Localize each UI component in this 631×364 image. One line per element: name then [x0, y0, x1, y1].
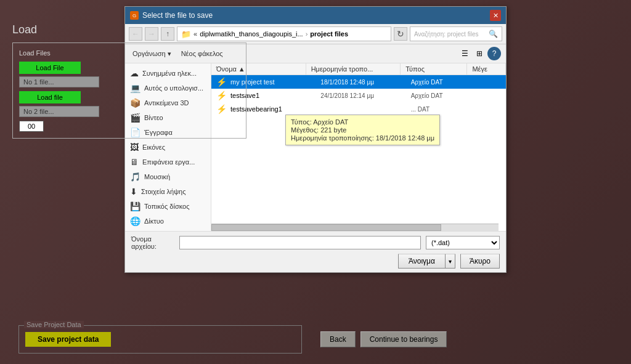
sidebar-item-label: Τοπικός δίσκος	[144, 203, 190, 210]
tooltip-type-label: Τύπος:	[291, 118, 312, 126]
load-file2-button[interactable]: Load file	[19, 91, 81, 103]
file1-field: No 1 file...	[19, 76, 99, 87]
music-icon: 🎵	[130, 172, 140, 182]
downloads-icon: ⬇	[130, 187, 137, 196]
dialog-action-row: Άνοιγμα ▾ Άκυρο	[131, 254, 500, 269]
counter-box: 00	[19, 121, 44, 132]
tooltip-size-value: 221 byte	[320, 126, 346, 134]
open-button[interactable]: Άνοιγμα	[398, 254, 446, 269]
network-icon: 🌐	[130, 216, 140, 226]
load-file1-button[interactable]: Load File	[19, 62, 81, 74]
load-files-box: Load Files Load File No 1 file... Load f…	[12, 42, 246, 139]
tooltip-date-value: 18/1/2018 12:48 μμ	[376, 134, 434, 142]
dialog-footer: Όνομα αρχείου: (*.dat) Άνοιγμα ▾ Άκυρο	[125, 231, 506, 272]
filename-row: Όνομα αρχείου: (*.dat)	[131, 235, 500, 250]
sidebar-item-label: Μουσική	[144, 173, 170, 180]
filename-input[interactable]	[179, 236, 421, 249]
tooltip-size-label: Μέγεθος:	[291, 126, 319, 134]
file-tooltip: Τύπος: Αρχείο DAT Μέγεθος: 221 byte Ημερ…	[285, 115, 440, 145]
filename-label: Όνομα αρχείου:	[131, 235, 174, 250]
sidebar-item-network[interactable]: 🌐 Δίκτυο	[125, 214, 211, 229]
load-files-label: Load Files	[19, 49, 240, 57]
sidebar-item-label: Δίκτυο	[144, 217, 164, 225]
tooltip-type-row: Τύπος: Αρχείο DAT	[291, 118, 434, 126]
sidebar-item-disk[interactable]: 💾 Τοπικός δίσκος	[125, 199, 211, 214]
file2-field: No 2 file...	[19, 106, 99, 117]
sidebar-item-label: Επιφάνεια εργα...	[142, 158, 195, 166]
tooltip-size-row: Μέγεθος: 221 byte	[291, 126, 434, 134]
disk-icon: 💾	[130, 201, 140, 211]
desktop-icon: 🖥	[130, 157, 139, 167]
main-title: Load	[12, 23, 619, 36]
sidebar-item-desktop[interactable]: 🖥 Επιφάνεια εργα...	[125, 155, 211, 169]
open-btn-dropdown[interactable]: ▾	[446, 254, 455, 269]
tooltip-type-value: Αρχείο DAT	[313, 118, 348, 126]
scrollbar-h[interactable]	[211, 224, 499, 231]
open-btn-group: Άνοιγμα ▾	[398, 254, 455, 269]
filetype-select[interactable]: (*.dat)	[426, 236, 500, 249]
cancel-button[interactable]: Άκυρο	[460, 254, 500, 269]
tooltip-date-row: Ημερομηνία τροποποίησης: 18/1/2018 12:48…	[291, 134, 434, 142]
tooltip-date-label: Ημερομηνία τροποποίησης:	[291, 134, 374, 142]
sidebar-item-downloads[interactable]: ⬇ Στοιχεία λήψης	[125, 184, 211, 199]
sidebar-item-label: Στοιχεία λήψης	[141, 188, 185, 195]
sidebar-item-music[interactable]: 🎵 Μουσική	[125, 169, 211, 184]
